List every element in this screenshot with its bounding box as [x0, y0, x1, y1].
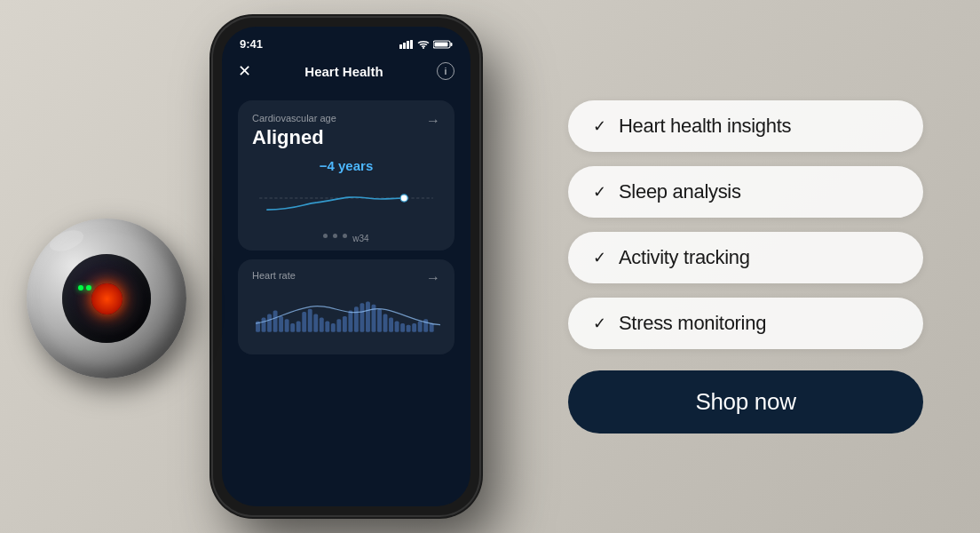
svg-rect-23: [331, 323, 336, 332]
svg-rect-37: [412, 323, 416, 332]
svg-rect-33: [389, 318, 393, 332]
right-section: ✓ Heart health insights ✓ Sleep analysis…: [515, 65, 980, 469]
chart-svg: [252, 178, 440, 227]
cardiovascular-card: Cardiovascular age Aligned → −4 years: [238, 100, 454, 251]
svg-rect-1: [403, 43, 406, 49]
info-icon[interactable]: i: [437, 62, 454, 80]
svg-rect-32: [383, 314, 388, 331]
feature-label-heart-health: Heart health insights: [619, 115, 791, 138]
svg-rect-2: [407, 41, 409, 49]
phone-mockup: 9:41: [213, 18, 479, 515]
svg-rect-12: [267, 314, 272, 331]
week-labels: w34: [252, 234, 440, 243]
svg-rect-25: [343, 316, 347, 332]
card-arrow-icon[interactable]: →: [426, 113, 440, 129]
svg-rect-35: [400, 323, 405, 332]
card-value: Aligned: [252, 126, 336, 149]
svg-rect-16: [290, 323, 295, 332]
close-icon[interactable]: ✕: [238, 61, 251, 81]
hr-arrow-icon[interactable]: →: [426, 270, 440, 286]
status-bar: 9:41: [222, 27, 470, 58]
feature-pill-sleep-analysis: ✓ Sleep analysis: [568, 166, 923, 218]
status-time: 9:41: [240, 37, 263, 51]
svg-rect-7: [435, 42, 448, 46]
svg-rect-19: [308, 309, 312, 332]
svg-rect-27: [354, 306, 359, 332]
nav-title: Heart Health: [304, 64, 383, 79]
battery-icon: [433, 40, 453, 49]
svg-point-9: [400, 195, 407, 202]
heart-rate-card: Heart rate →: [238, 259, 454, 354]
svg-rect-31: [377, 309, 382, 332]
check-icon-stress-monitoring: ✓: [593, 314, 606, 333]
shop-now-button[interactable]: Shop now: [568, 370, 923, 434]
svg-rect-18: [302, 312, 306, 332]
ring-image: [27, 219, 186, 378]
svg-rect-28: [360, 303, 364, 332]
cardiovascular-chart: −4 years: [252, 158, 440, 238]
phone-content: Cardiovascular age Aligned → −4 years: [222, 90, 470, 365]
svg-rect-21: [320, 318, 324, 332]
wifi-icon: [417, 40, 430, 49]
week-label: w34: [352, 234, 368, 243]
feature-pill-activity-tracking: ✓ Activity tracking: [568, 232, 923, 283]
check-icon-activity-tracking: ✓: [593, 248, 606, 267]
signal-icon: [399, 40, 414, 49]
hr-label: Heart rate: [252, 270, 296, 281]
svg-rect-3: [410, 40, 413, 49]
svg-rect-20: [313, 314, 318, 331]
check-icon-heart-health: ✓: [593, 116, 606, 136]
feature-pill-stress-monitoring: ✓ Stress monitoring: [568, 298, 923, 349]
feature-label-activity-tracking: Activity tracking: [619, 246, 750, 269]
svg-rect-29: [366, 302, 370, 332]
svg-rect-11: [262, 318, 266, 332]
svg-rect-22: [325, 322, 329, 332]
feature-label-stress-monitoring: Stress monitoring: [619, 312, 766, 335]
feature-label-sleep-analysis: Sleep analysis: [619, 180, 741, 203]
years-label: −4 years: [252, 158, 440, 173]
phone-nav: ✕ Heart Health i: [222, 58, 470, 90]
svg-rect-13: [273, 310, 278, 331]
hr-chart-svg: [252, 291, 440, 340]
svg-rect-36: [407, 325, 411, 332]
svg-point-4: [423, 47, 424, 49]
svg-rect-17: [296, 322, 301, 332]
svg-rect-14: [279, 316, 283, 332]
svg-rect-39: [423, 319, 428, 332]
svg-rect-26: [348, 310, 352, 331]
svg-rect-40: [430, 323, 434, 332]
svg-rect-15: [285, 319, 289, 332]
svg-rect-6: [451, 43, 453, 46]
left-section: 9:41: [0, 0, 515, 533]
card-label: Cardiovascular age: [252, 113, 336, 123]
svg-rect-0: [399, 44, 402, 49]
feature-pill-heart-health: ✓ Heart health insights: [568, 100, 923, 152]
svg-rect-24: [336, 319, 341, 332]
check-icon-sleep-analysis: ✓: [593, 182, 606, 202]
status-icons: [399, 40, 453, 49]
svg-rect-38: [418, 322, 423, 332]
svg-rect-34: [395, 322, 399, 332]
